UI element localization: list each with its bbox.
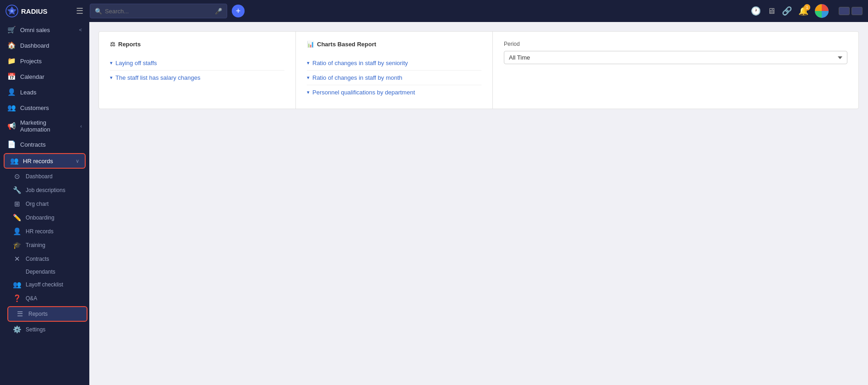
- chart-link-department[interactable]: ▾ Personnel qualifications by department: [307, 85, 481, 99]
- window-btn-1[interactable]: [839, 7, 850, 15]
- contracts-sub-icon: ✕: [13, 255, 21, 263]
- sidebar-item-hr-records-sub[interactable]: 👤 HR records: [5, 225, 89, 238]
- sidebar-sub-label: Dependants: [26, 269, 82, 275]
- reports-panel-title-text: Reports: [118, 41, 141, 48]
- sidebar-sub-label: Org chart: [26, 201, 82, 207]
- svg-point-2: [11, 10, 13, 12]
- chart-link-month[interactable]: ▾ Ratio of changes in staff by month: [307, 71, 481, 85]
- sidebar-sub-label: Onboarding: [26, 214, 82, 221]
- sidebar-item-contracts-sub[interactable]: ✕ Contracts: [5, 252, 89, 266]
- sidebar-sub-label: Dashboard: [26, 173, 82, 180]
- sidebar-item-label: Contracts: [20, 141, 82, 148]
- search-bar: 🔍 🎤: [90, 4, 227, 18]
- search-icon: 🔍: [95, 8, 102, 15]
- job-desc-icon: 🔧: [13, 186, 21, 194]
- sidebar-item-onboarding[interactable]: ✏️ Onboarding: [5, 211, 89, 225]
- sidebar-item-settings[interactable]: ⚙️ Settings: [5, 323, 89, 336]
- menu-toggle-button[interactable]: ☰: [74, 4, 85, 18]
- sidebar-item-job-descriptions[interactable]: 🔧 Job descriptions: [5, 183, 89, 197]
- sidebar: 🛒 Omni sales < 🏠 Dashboard 📁 Projects 📅 …: [0, 22, 89, 385]
- window-buttons: [839, 7, 863, 15]
- reports-title-icon: ⚖: [110, 41, 115, 48]
- app-logo[interactable]: RADIUS: [5, 5, 70, 17]
- sidebar-sub-label: Settings: [26, 326, 82, 333]
- sidebar-sub-label: Q&A: [26, 295, 82, 302]
- sidebar-sub-label: Job descriptions: [26, 187, 82, 193]
- customers-icon: 👥: [7, 104, 16, 112]
- monitor-icon[interactable]: 🖥: [767, 6, 775, 16]
- hr-submenu: ⊙ Dashboard 🔧 Job descriptions ⊞ Org cha…: [0, 170, 89, 336]
- main-content: ⚖ Reports ▾ Laying off staffs ▾ The staf…: [89, 22, 868, 385]
- sidebar-sub-label: Reports: [28, 311, 79, 317]
- omnisales-icon: 🛒: [7, 26, 16, 34]
- hr-records-icon: 👥: [10, 157, 18, 165]
- layoff-icon: 👥: [13, 280, 21, 289]
- avatar-image: [815, 4, 829, 18]
- onboarding-icon: ✏️: [13, 214, 21, 222]
- hr-chevron: ∨: [76, 158, 79, 164]
- report-link-laying-off[interactable]: ▾ Laying off staffs: [110, 56, 284, 71]
- sidebar-item-customers[interactable]: 👥 Customers: [0, 100, 89, 116]
- app-name: RADIUS: [21, 7, 48, 15]
- sidebar-item-hr-dashboard[interactable]: ⊙ Dashboard: [5, 170, 89, 183]
- reports-panel-title: ⚖ Reports: [110, 41, 284, 48]
- link-arrow-icon: ▾: [110, 60, 113, 66]
- search-input[interactable]: [105, 8, 212, 15]
- sidebar-item-label: Leads: [20, 89, 82, 96]
- link-arrow-icon: ▾: [110, 75, 113, 81]
- sidebar-item-org-chart[interactable]: ⊞ Org chart: [5, 197, 89, 211]
- sidebar-item-contracts[interactable]: 📄 Contracts: [0, 137, 89, 152]
- leads-icon: 👤: [7, 88, 16, 96]
- reports-container: ⚖ Reports ▾ Laying off staffs ▾ The staf…: [98, 31, 859, 109]
- window-btn-2[interactable]: [852, 7, 863, 15]
- sidebar-item-hr-records[interactable]: 👥 HR records ∨: [4, 153, 86, 169]
- history-icon[interactable]: 🕐: [751, 6, 761, 16]
- sidebar-sub-label: Layoff checklist: [26, 281, 82, 288]
- contracts-icon: 📄: [7, 140, 16, 148]
- sidebar-item-layoff-checklist[interactable]: 👥 Layoff checklist: [5, 278, 89, 292]
- add-button[interactable]: +: [232, 5, 245, 17]
- training-icon: 🎓: [13, 241, 21, 249]
- projects-icon: 📁: [7, 57, 16, 65]
- sidebar-item-training[interactable]: 🎓 Training: [5, 238, 89, 252]
- sidebar-sub-label: HR records: [26, 228, 82, 235]
- chart-link-label: Ratio of changes in staff by month: [312, 74, 402, 81]
- calendar-icon: 📅: [7, 72, 16, 81]
- topbar-actions: 🕐 🖥 🔗 🔔 1: [751, 4, 863, 18]
- chart-link-label: Personnel qualifications by department: [312, 89, 415, 96]
- sidebar-item-calendar[interactable]: 📅 Calendar: [0, 69, 89, 84]
- period-select[interactable]: All Time This Month Last Month This Year…: [504, 51, 847, 64]
- org-chart-icon: ⊞: [13, 200, 21, 208]
- reports-panel: ⚖ Reports ▾ Laying off staffs ▾ The staf…: [99, 32, 296, 109]
- chart-link-seniority[interactable]: ▾ Ratio of changes in staff by seniority: [307, 56, 481, 71]
- sidebar-item-label: Customers: [20, 104, 82, 111]
- hr-dashboard-icon: ⊙: [13, 172, 21, 181]
- report-link-salary-changes[interactable]: ▾ The staff list has salary changes: [110, 71, 284, 85]
- sidebar-item-dependants[interactable]: Dependants: [5, 266, 89, 278]
- sidebar-sub-label: Contracts: [26, 256, 82, 262]
- charts-panel: 📊 Charts Based Report ▾ Ratio of changes…: [296, 32, 493, 109]
- sidebar-item-label: Marketing Automation: [20, 119, 76, 133]
- charts-panel-title: 📊 Charts Based Report: [307, 41, 481, 48]
- report-link-label: The staff list has salary changes: [115, 74, 200, 81]
- charts-panel-title-text: Charts Based Report: [317, 41, 376, 48]
- sidebar-item-reports[interactable]: ☰ Reports: [7, 306, 87, 322]
- sidebar-item-projects[interactable]: 📁 Projects: [0, 53, 89, 69]
- period-label: Period: [504, 41, 847, 47]
- share-icon[interactable]: 🔗: [782, 6, 792, 16]
- marketing-chevron: ‹: [80, 123, 82, 129]
- link-arrow-icon: ▾: [307, 89, 310, 95]
- marketing-icon: 📢: [7, 122, 16, 130]
- sidebar-item-dashboard[interactable]: 🏠 Dashboard: [0, 38, 89, 53]
- avatar[interactable]: [815, 4, 829, 18]
- notifications-icon[interactable]: 🔔 1: [798, 6, 808, 16]
- logo-icon: [5, 5, 18, 17]
- sidebar-item-label: Projects: [20, 58, 82, 65]
- sidebar-item-marketing[interactable]: 📢 Marketing Automation ‹: [0, 116, 89, 137]
- section-chevron: <: [79, 27, 82, 33]
- sidebar-item-qa[interactable]: ❓ Q&A: [5, 292, 89, 305]
- sidebar-item-leads[interactable]: 👤 Leads: [0, 84, 89, 100]
- reports-icon: ☰: [16, 310, 24, 318]
- link-arrow-icon: ▾: [307, 75, 310, 81]
- sidebar-section-label[interactable]: 🛒 Omni sales <: [0, 22, 89, 38]
